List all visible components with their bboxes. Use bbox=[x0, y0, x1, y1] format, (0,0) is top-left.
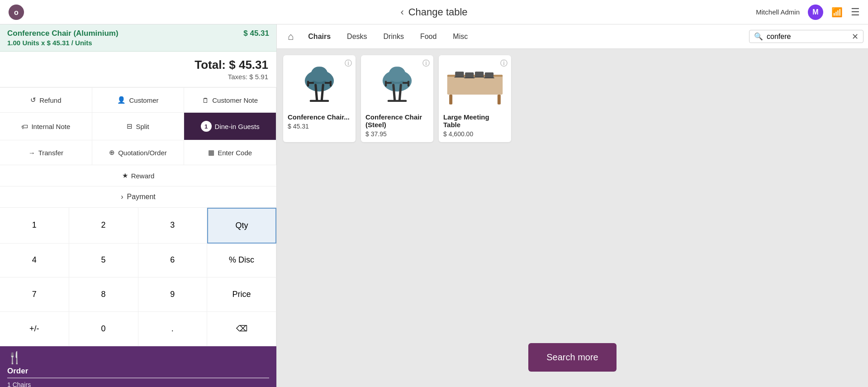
bottom-bar: 🍴 Order 1 Chairs bbox=[0, 346, 276, 387]
svg-rect-21 bbox=[389, 67, 405, 82]
svg-rect-24 bbox=[449, 95, 452, 105]
customer-label: Customer bbox=[129, 96, 158, 104]
svg-rect-27 bbox=[455, 77, 465, 78]
chevron-right-icon: › bbox=[121, 193, 123, 201]
left-panel: Conference Chair (Aluminium) $ 45.31 1.0… bbox=[0, 24, 277, 387]
product-name: Conference Chair... bbox=[288, 113, 351, 121]
category-food[interactable]: Food bbox=[412, 29, 445, 44]
menu-icon[interactable]: ☰ bbox=[851, 6, 860, 18]
dine-in-label: Dine-in Guests bbox=[215, 123, 260, 130]
num-dot[interactable]: . bbox=[138, 312, 208, 347]
home-button[interactable]: ⌂ bbox=[281, 27, 300, 46]
category-chairs[interactable]: Chairs bbox=[300, 29, 339, 44]
svg-rect-32 bbox=[485, 72, 493, 78]
num-9[interactable]: 9 bbox=[138, 277, 208, 312]
dine-in-guests-button[interactable]: 1 Dine-in Guests bbox=[184, 113, 276, 140]
quotation-label: Quotation/Order bbox=[118, 149, 167, 157]
search-more-container: Search more bbox=[277, 334, 868, 387]
product-info-icon-2[interactable]: ⓘ bbox=[422, 59, 430, 68]
enter-code-icon: ▦ bbox=[208, 148, 214, 157]
svg-rect-30 bbox=[475, 72, 484, 77]
enter-code-button[interactable]: ▦ Enter Code bbox=[184, 140, 276, 165]
reward-icon: ★ bbox=[122, 172, 128, 180]
search-clear-button[interactable]: ✕ bbox=[852, 33, 859, 41]
order-item-unit: Units x $ 45.31 / Units bbox=[22, 39, 92, 47]
order-label: Order bbox=[7, 367, 269, 378]
svg-rect-19 bbox=[385, 81, 387, 87]
reward-button[interactable]: ★ Reward bbox=[0, 165, 276, 186]
reward-label: Reward bbox=[131, 172, 155, 180]
main-content: Conference Chair (Aluminium) $ 45.31 1.0… bbox=[0, 24, 868, 387]
internal-note-button[interactable]: 🏷 Internal Note bbox=[0, 113, 92, 140]
back-button[interactable]: ‹ bbox=[400, 6, 403, 18]
order-item-price: $ 45.31 bbox=[243, 29, 269, 38]
top-bar-right: Mitchell Admin M 📶 ☰ bbox=[756, 5, 860, 20]
num-qty[interactable]: Qty bbox=[207, 208, 276, 244]
order-icon: 🍴 bbox=[7, 351, 22, 365]
customer-button[interactable]: 👤 Customer bbox=[92, 88, 185, 113]
num-disc[interactable]: % Disc bbox=[207, 244, 276, 278]
num-7[interactable]: 7 bbox=[0, 277, 69, 312]
num-8[interactable]: 8 bbox=[69, 277, 138, 312]
product-image-2 bbox=[365, 60, 429, 110]
avatar: M bbox=[808, 5, 823, 20]
category-nav: ⌂ Chairs Desks Drinks Food Misc 🔍 ✕ bbox=[277, 24, 868, 49]
order-item-quantity: 1.00 bbox=[7, 39, 20, 47]
num-1[interactable]: 1 bbox=[0, 208, 69, 244]
payment-button[interactable]: › Payment bbox=[0, 186, 276, 208]
num-5[interactable]: 5 bbox=[69, 244, 138, 278]
search-more-button[interactable]: Search more bbox=[528, 343, 617, 372]
user-name: Mitchell Admin bbox=[756, 8, 800, 16]
transfer-button[interactable]: → Transfer bbox=[0, 140, 92, 165]
dine-in-badge: 1 bbox=[201, 121, 212, 132]
transfer-icon: → bbox=[28, 149, 35, 157]
num-3[interactable]: 3 bbox=[138, 208, 208, 244]
search-icon: 🔍 bbox=[754, 32, 763, 41]
taxes-line: Taxes: $ 5.91 bbox=[8, 73, 268, 81]
product-card-conference-chair-steel[interactable]: ⓘ Confere bbox=[361, 55, 433, 142]
change-table-title: Change table bbox=[408, 6, 468, 18]
top-bar: o ‹ Change table Mitchell Admin M 📶 ☰ bbox=[0, 0, 868, 24]
product-info-icon-3[interactable]: ⓘ bbox=[500, 59, 508, 68]
svg-rect-28 bbox=[465, 72, 474, 78]
svg-rect-20 bbox=[408, 81, 409, 87]
svg-text:o: o bbox=[14, 8, 19, 16]
search-input[interactable] bbox=[767, 33, 848, 41]
category-desks[interactable]: Desks bbox=[339, 29, 375, 44]
svg-rect-22 bbox=[447, 75, 503, 95]
enter-code-label: Enter Code bbox=[218, 149, 252, 157]
num-backspace[interactable]: ⌫ bbox=[207, 312, 276, 347]
svg-rect-6 bbox=[310, 100, 329, 102]
transfer-label: Transfer bbox=[38, 149, 63, 157]
quotation-order-button[interactable]: ⊕ Quotation/Order bbox=[92, 140, 185, 165]
product-name-2: Conference Chair (Steel) bbox=[365, 113, 429, 129]
num-0[interactable]: 0 bbox=[69, 312, 138, 347]
product-card-conference-chair-aluminium[interactable]: ⓘ bbox=[283, 55, 356, 142]
num-4[interactable]: 4 bbox=[0, 244, 69, 278]
num-6[interactable]: 6 bbox=[138, 244, 208, 278]
svg-rect-26 bbox=[455, 72, 464, 77]
odoo-logo: o bbox=[8, 4, 24, 20]
split-button[interactable]: ⊟ Split bbox=[92, 113, 185, 140]
refund-icon: ↺ bbox=[30, 96, 36, 104]
order-sub: 1 Chairs bbox=[7, 381, 31, 387]
payment-label: Payment bbox=[127, 193, 156, 201]
svg-rect-16 bbox=[388, 100, 407, 102]
category-drinks[interactable]: Drinks bbox=[375, 29, 412, 44]
num-plusminus[interactable]: +/- bbox=[0, 312, 69, 347]
product-price-3: $ 4,600.00 bbox=[443, 130, 507, 138]
order-item-name: Conference Chair (Aluminium) bbox=[7, 29, 119, 38]
num-price[interactable]: Price bbox=[207, 277, 276, 312]
svg-rect-33 bbox=[484, 77, 494, 78]
customer-note-label: Customer Note bbox=[212, 96, 258, 104]
customer-note-button[interactable]: 🗒 Customer Note bbox=[184, 88, 276, 113]
total-area: Total: $ 45.31 Taxes: $ 5.91 bbox=[0, 52, 276, 87]
search-box[interactable]: 🔍 ✕ bbox=[749, 30, 863, 43]
refund-button[interactable]: ↺ Refund bbox=[0, 88, 92, 113]
right-panel: ⌂ Chairs Desks Drinks Food Misc 🔍 ✕ ⓘ bbox=[277, 24, 868, 387]
num-2[interactable]: 2 bbox=[69, 208, 138, 244]
odoo-logo-icon: o bbox=[8, 4, 24, 20]
product-card-large-meeting-table[interactable]: ⓘ bbox=[439, 55, 511, 142]
category-misc[interactable]: Misc bbox=[445, 29, 476, 44]
product-info-icon[interactable]: ⓘ bbox=[345, 59, 352, 68]
